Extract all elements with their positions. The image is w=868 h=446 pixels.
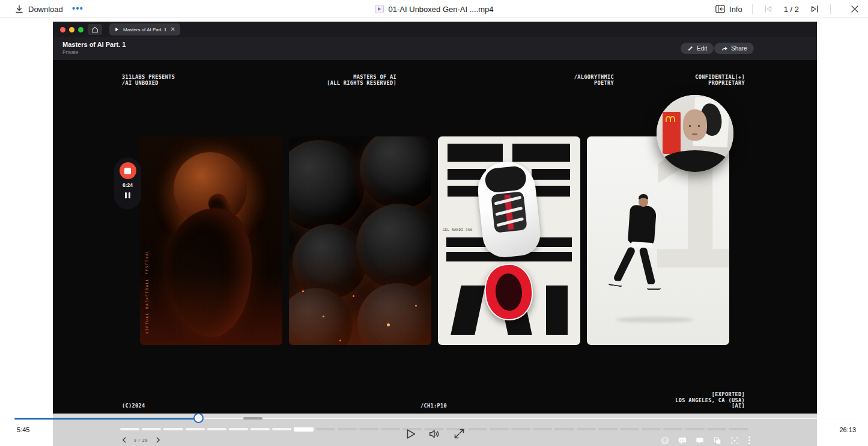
- chapter-segment[interactable]: [663, 428, 682, 430]
- tab-close-icon: ✕: [171, 26, 175, 32]
- chapter-segment[interactable]: [511, 428, 530, 430]
- chapter-segment[interactable]: [250, 428, 270, 430]
- recording-timer: 6:24: [123, 182, 133, 188]
- chapter-segment[interactable]: [598, 428, 618, 430]
- model-shoe: [608, 280, 622, 287]
- seek-bar-played[interactable]: [14, 418, 198, 420]
- close-button[interactable]: [850, 4, 860, 14]
- chapter-segment[interactable]: [294, 427, 313, 432]
- chapter-navigation: 9 / 29: [121, 436, 161, 444]
- chapter-segment[interactable]: [490, 428, 509, 430]
- model-shirt: [631, 242, 653, 248]
- picture-in-picture-button[interactable]: [713, 436, 721, 445]
- file-title-label: 01-AI Unboxed Gen-AI ....mp4: [389, 5, 494, 14]
- meta-copyright: (C)2024: [122, 403, 145, 409]
- presenter-eye: [698, 125, 700, 127]
- sneaker-laces-art: [491, 191, 527, 233]
- chapter-segment[interactable]: [577, 428, 596, 430]
- chapter-segment[interactable]: [338, 428, 357, 430]
- chapter-segment[interactable]: [729, 428, 748, 430]
- tab-title: Masters of AI Part. 1: [123, 27, 167, 32]
- current-time-label: 5:45: [17, 426, 29, 433]
- captions-button[interactable]: [696, 436, 704, 444]
- chapter-segment[interactable]: [620, 428, 639, 430]
- fullscreen-button[interactable]: [453, 427, 466, 442]
- seek-bar-remaining[interactable]: [203, 418, 854, 420]
- previous-chapter-icon[interactable]: [121, 436, 127, 444]
- chapter-segment[interactable]: [642, 428, 661, 430]
- comment-button[interactable]: [678, 436, 687, 445]
- chapter-segment[interactable]: [229, 428, 248, 430]
- chapter-segment[interactable]: [120, 428, 139, 430]
- chapter-segment[interactable]: [554, 428, 574, 430]
- download-button[interactable]: Download: [14, 0, 63, 18]
- chapter-segment[interactable]: [207, 428, 226, 430]
- play-button[interactable]: [404, 427, 417, 443]
- poster-side-text: VIRTUAL BASKETBALL FESTIVAL: [145, 249, 149, 334]
- meta-confidential: CONFIDENTIAL[+]PROPRIETARY: [695, 75, 745, 86]
- smiley-icon: [661, 436, 669, 445]
- focus-mode-button[interactable]: [730, 436, 739, 445]
- red-poster-art: [663, 112, 681, 154]
- seek-scrubber[interactable]: [193, 413, 204, 423]
- chapter-segment[interactable]: [272, 428, 291, 430]
- emoji-reaction-button[interactable]: [661, 436, 669, 445]
- edit-label: Edit: [697, 45, 707, 52]
- glyph-block: [512, 144, 570, 162]
- edit-button: Edit: [681, 43, 714, 54]
- next-chapter-icon[interactable]: [156, 436, 161, 444]
- recording-control-widget: 6:24: [114, 157, 141, 209]
- traffic-light-zoom-icon: [78, 27, 83, 32]
- next-file-icon: [810, 4, 821, 14]
- next-file-button[interactable]: [810, 4, 821, 14]
- sneaker-model-label: GEL NANDI 360: [443, 228, 473, 231]
- more-player-options-button[interactable]: [748, 436, 751, 445]
- stop-recording-button[interactable]: [120, 162, 136, 179]
- volume-button[interactable]: [428, 427, 441, 443]
- fullscreen-icon: [453, 427, 466, 440]
- glyph-block: [532, 169, 570, 180]
- meta-presents: 311LABS PRESENTS/AI UNBOXED: [122, 75, 175, 86]
- chapter-segment[interactable]: [186, 428, 205, 430]
- recorded-page-header: Masters of AI Part. 1 Private Edit Share: [53, 37, 817, 60]
- glyph-block: [451, 286, 485, 335]
- close-icon: [850, 4, 860, 14]
- copy-layers-icon: [713, 436, 721, 445]
- comment-bubble-icon: [678, 436, 687, 445]
- ember-sparks: [302, 290, 304, 292]
- chapter-segment[interactable]: [685, 428, 704, 430]
- previous-file-button[interactable]: [762, 4, 773, 14]
- toolbar-right: Info 1 / 2: [715, 0, 860, 18]
- file-title: 01-AI Unboxed Gen-AI ....mp4: [375, 0, 494, 18]
- stop-icon: [124, 168, 131, 174]
- traffic-light-minimize-icon: [69, 27, 74, 32]
- meta-poetry: /ALGORYTHMICPOETRY: [574, 75, 614, 86]
- glyph-block: [532, 186, 570, 197]
- presenter-head: [683, 109, 707, 141]
- pencil-icon: [687, 45, 694, 52]
- total-time-label: 26:13: [839, 426, 856, 433]
- golden-arches-art: [666, 116, 675, 122]
- video-file-icon: [375, 5, 384, 13]
- video-frame[interactable]: Masters of AI Part. 1 ✕ Masters of AI Pa…: [53, 22, 817, 414]
- toolbar-divider: [752, 4, 753, 14]
- pause-recording-button[interactable]: [125, 192, 131, 198]
- recorded-video-title: Masters of AI Part. 1: [62, 41, 126, 48]
- glyph-block: [546, 286, 568, 335]
- chapter-segment[interactable]: [359, 428, 378, 430]
- page-indicator: 1 / 2: [784, 5, 799, 14]
- chapter-segment[interactable]: [533, 428, 552, 430]
- chapter-segment[interactable]: [468, 428, 487, 430]
- home-icon: [88, 24, 102, 35]
- share-label: Share: [731, 45, 747, 52]
- more-options-button[interactable]: •••: [72, 0, 83, 17]
- chapter-segment[interactable]: [142, 428, 161, 430]
- meta-title: MASTERS OF AI[ALL RIGHTS RESERVED]: [327, 75, 396, 86]
- chapter-segment[interactable]: [707, 428, 726, 430]
- chapter-segment[interactable]: [381, 428, 400, 430]
- info-button[interactable]: Info: [715, 4, 742, 14]
- ember-haze: [289, 255, 431, 345]
- chapter-segment[interactable]: [163, 428, 183, 430]
- chapter-segment[interactable]: [316, 428, 335, 430]
- info-pane-icon: [715, 4, 726, 14]
